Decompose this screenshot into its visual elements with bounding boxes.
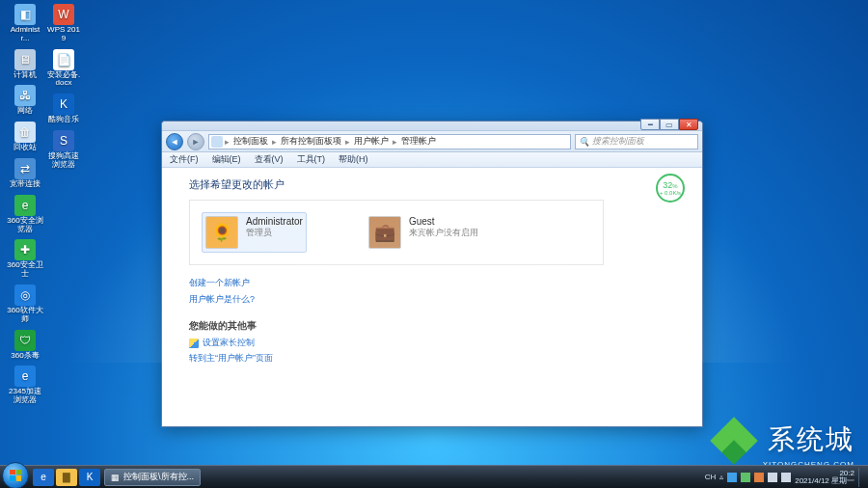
menu-item[interactable]: 文件(F) — [166, 152, 203, 167]
account-name: Guest — [409, 216, 478, 227]
breadcrumb-item[interactable]: 控制面板 — [231, 135, 270, 148]
desktop-icon-label: 360软件大师 — [7, 307, 43, 324]
desktop-icon-glyph: 🗑 — [14, 122, 36, 143]
desktop-icon-label: WPS 2019 — [45, 26, 82, 43]
desktop-icon[interactable]: ◧Administr... — [6, 4, 44, 43]
minimize-button[interactable]: ━ — [640, 119, 660, 130]
tray-icon-1[interactable] — [727, 473, 737, 482]
tray-chevron-up-icon[interactable]: ▵ — [719, 473, 723, 481]
breadcrumb-sep: ▸ — [345, 137, 350, 147]
action-link[interactable]: 创建一个新帐户 — [189, 277, 675, 289]
desktop-icon-label: 酷狗音乐 — [48, 116, 79, 124]
accounts-box: 🌻Administrator管理员💼Guest来宾帐户没有启用 — [189, 200, 604, 265]
desktop-icon-glyph: ◧ — [14, 4, 36, 25]
breadcrumb-bar[interactable]: ▸控制面板▸所有控制面板项▸用户帐户▸管理帐户 — [208, 134, 571, 149]
start-button[interactable] — [2, 462, 29, 489]
desktop-icon-label: 360安全浏览器 — [7, 217, 43, 234]
account-item[interactable]: 💼Guest来宾帐户没有启用 — [365, 212, 482, 253]
breadcrumb-sep: ▸ — [272, 137, 277, 147]
address-bar-row: ◄ ► ▸控制面板▸所有控制面板项▸用户帐户▸管理帐户 🔍 搜索控制面板 — [162, 131, 702, 152]
task-icon: ▦ — [111, 473, 120, 482]
extra-link-label: 转到主“用户帐户”页面 — [189, 352, 273, 365]
desktop-icon-label: 宽带连接 — [10, 180, 41, 189]
desktop-icon-glyph: S — [53, 130, 74, 151]
tray-icon-3[interactable] — [754, 473, 764, 482]
account-item[interactable]: 🌻Administrator管理员 — [202, 212, 307, 253]
nav-forward-button[interactable]: ► — [187, 133, 204, 150]
extra-link[interactable]: 转到主“用户帐户”页面 — [189, 352, 675, 365]
taskbar-clock[interactable]: 20:2 2021/4/12 星期一 — [795, 470, 854, 485]
desktop-icon[interactable]: e2345加速浏览器 — [6, 366, 44, 405]
pinned-kugou[interactable]: K — [79, 469, 100, 486]
search-placeholder: 搜索控制面板 — [592, 135, 644, 148]
desktop-icon[interactable]: 🖧网络 — [6, 85, 44, 116]
menu-item[interactable]: 编辑(E) — [208, 152, 245, 167]
desktop-icon-glyph: 🛡 — [14, 330, 36, 351]
breadcrumb-sep: ▸ — [393, 137, 397, 147]
maximize-button[interactable]: ▭ — [660, 119, 679, 130]
speed-badge[interactable]: 32% + 0.0K/s — [656, 174, 685, 203]
avatar: 💼 — [368, 216, 401, 249]
close-button[interactable]: ✕ — [679, 119, 698, 130]
breadcrumb-sep: ▸ — [225, 137, 230, 147]
breadcrumb-item[interactable]: 所有控制面板项 — [279, 135, 343, 148]
account-name: Administrator — [246, 216, 303, 227]
desktop-icon-label: 360安全卫士 — [7, 261, 43, 279]
watermark-logo — [710, 420, 758, 459]
desktop-icon-label: 回收站 — [14, 144, 37, 152]
desktop-icon-label: 网络 — [17, 107, 33, 116]
desktop-icon[interactable]: 🗑回收站 — [6, 122, 44, 152]
tray-lang[interactable]: CH — [705, 473, 717, 481]
menu-bar: 文件(F)编辑(E)查看(V)工具(T)帮助(H) — [162, 152, 702, 168]
extra-link-label: 设置家长控制 — [203, 337, 255, 349]
desktop: ◧Administr...🖥计算机🖧网络🗑回收站⇄宽带连接e360安全浏览器✚3… — [0, 0, 868, 488]
titlebar[interactable]: ━ ▭ ✕ — [162, 122, 702, 131]
desktop-icon-label: 安装必备.docx — [45, 71, 82, 89]
desktop-icon[interactable]: WWPS 2019 — [44, 4, 83, 43]
menu-item[interactable]: 查看(V) — [251, 152, 287, 167]
watermark: 系统城 XITONGCHENG.COM — [710, 420, 854, 459]
breadcrumb-item[interactable]: 用户帐户 — [352, 135, 391, 148]
search-input[interactable]: 🔍 搜索控制面板 — [575, 134, 698, 149]
windows-logo-icon — [10, 470, 21, 481]
desktop-icon-glyph: W — [53, 4, 74, 25]
action-link[interactable]: 用户帐户是什么? — [189, 293, 675, 306]
desktop-icon[interactable]: 🖥计算机 — [6, 49, 44, 80]
pinned-ie[interactable]: e — [33, 469, 54, 486]
content-area: 32% + 0.0K/s 选择希望更改的帐户 🌻Administrator管理员… — [162, 168, 702, 426]
action-links: 创建一个新帐户用户帐户是什么? — [189, 277, 675, 306]
menu-item[interactable]: 工具(T) — [293, 152, 330, 167]
desktop-icon-label: Administr... — [7, 26, 43, 43]
desktop-icon-label: 2345加速浏览器 — [7, 388, 43, 405]
desktop-icon[interactable]: e360安全浏览器 — [6, 195, 44, 234]
desktop-icon-glyph: ◎ — [14, 285, 36, 306]
nav-back-button[interactable]: ◄ — [166, 133, 183, 150]
watermark-text: 系统城 — [768, 421, 854, 458]
badge-percent: 32% — [663, 180, 677, 190]
account-sub: 来宾帐户没有启用 — [409, 227, 478, 239]
extra-section: 您能做的其他事 设置家长控制转到主“用户帐户”页面 — [189, 319, 675, 365]
desktop-icon-label: 搜狗高速浏览器 — [45, 152, 82, 170]
desktop-icon[interactable]: K酷狗音乐 — [44, 94, 83, 124]
system-tray: CH ▵ 20:2 2021/4/12 星期一 — [705, 468, 868, 487]
tray-volume-icon[interactable] — [781, 473, 791, 482]
desktop-icon[interactable]: ✚360安全卫士 — [6, 239, 44, 279]
tray-icon-2[interactable] — [741, 473, 750, 482]
taskbar-task-control-panel[interactable]: ▦ 控制面板\所有控... — [104, 469, 201, 486]
desktop-icon[interactable]: ⇄宽带连接 — [6, 158, 44, 189]
desktop-icon[interactable]: S搜狗高速浏览器 — [44, 130, 83, 170]
pinned-explorer[interactable]: ▇ — [56, 469, 77, 486]
menu-item[interactable]: 帮助(H) — [335, 152, 372, 167]
breadcrumb-item[interactable]: 管理帐户 — [399, 135, 438, 148]
show-desktop-button[interactable] — [858, 468, 864, 487]
account-sub: 管理员 — [246, 227, 303, 239]
tray-network-icon[interactable] — [768, 473, 777, 482]
desktop-icon-glyph: 🖥 — [14, 49, 36, 70]
desktop-icon-glyph: e — [14, 195, 36, 216]
task-label: 控制面板\所有控... — [123, 471, 194, 483]
desktop-icon[interactable]: 🛡360杀毒 — [6, 330, 44, 361]
desktop-icon[interactable]: 📄安装必备.docx — [44, 49, 83, 89]
extra-link[interactable]: 设置家长控制 — [189, 337, 675, 349]
desktop-icon-glyph: 📄 — [53, 49, 74, 70]
desktop-icon[interactable]: ◎360软件大师 — [6, 285, 44, 324]
